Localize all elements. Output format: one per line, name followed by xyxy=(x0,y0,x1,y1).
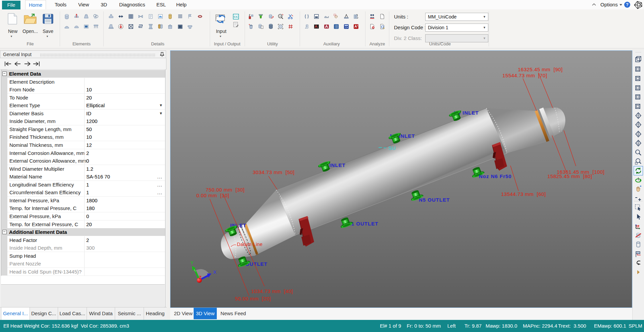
svg-text:13544.73 mm [60]: 13544.73 mm [60] xyxy=(501,191,546,197)
svg-text:X: X xyxy=(213,269,216,275)
svg-text:1034.73 mm [40]: 1034.73 mm [40] xyxy=(251,288,293,294)
svg-text:15825.45 mm [80]: 15825.45 mm [80] xyxy=(547,173,592,179)
svg-text:CC: CC xyxy=(234,15,238,18)
svg-text:Y: Y xyxy=(190,260,194,265)
svg-text:20: 20 xyxy=(279,15,282,17)
svg-text:Z: Z xyxy=(199,275,202,280)
svg-text:16325.45 mm [90]: 16325.45 mm [90] xyxy=(518,67,563,72)
svg-text:750.00 mm [30]: 750.00 mm [30] xyxy=(206,187,245,193)
svg-text:50.00 mm [20]: 50.00 mm [20] xyxy=(235,296,271,301)
svg-text:N5 OUTLET: N5 OUTLET xyxy=(419,197,450,203)
svg-text:Datum Line: Datum Line xyxy=(237,242,263,247)
svg-text:3034.73 mm [50]: 3034.73 mm [50] xyxy=(253,169,295,175)
svg-text:15544.73 mm [70]: 15544.73 mm [70] xyxy=(502,73,547,78)
svg-text:Noz N6 Fr50: Noz N6 Fr50 xyxy=(479,173,512,179)
svg-text:0.00 mm [10]: 0.00 mm [10] xyxy=(196,193,229,198)
svg-text:SU: SU xyxy=(388,145,396,151)
